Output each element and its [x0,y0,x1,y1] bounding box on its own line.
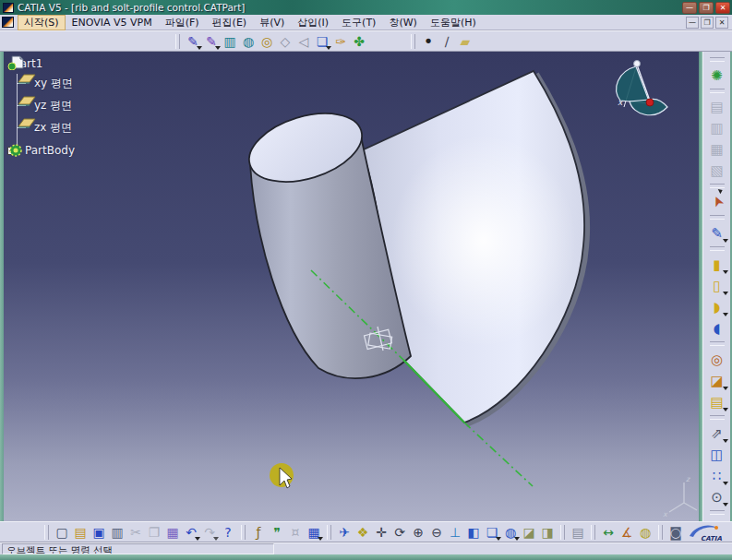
sketcher-group: ✎ [703,212,730,244]
menu-view[interactable]: 뷰(V) [253,15,291,30]
pan-icon[interactable]: ✛ [372,523,390,542]
iso-view-icon[interactable]: ❏ [483,523,501,542]
close-button[interactable]: ✕ [715,2,730,14]
transformation-features-group: ⇗◫∷⊙ [703,412,730,507]
bottom-frame-edge [0,554,732,560]
mdi-close-button[interactable]: ✕ [715,17,728,29]
compass-free-rotation-handle[interactable] [634,61,641,67]
knowledge-icon: ¤ [286,523,305,542]
cylinder-icon[interactable]: ◍ [239,32,258,51]
new-document-icon[interactable]: ▢ [53,523,71,542]
shaft-icon[interactable]: ◗ [706,296,728,317]
groove-icon[interactable]: ◖ [706,317,728,339]
measure-item-icon[interactable]: ∡ [618,523,636,542]
sketch-icon[interactable]: ✎ [706,222,728,244]
draft-angle-icon[interactable]: ◪ [706,370,728,391]
zoom-out-icon[interactable]: ⊖ [427,523,446,542]
tree-item-label[interactable]: yz 평면 [34,98,72,113]
catalog-tool-icon-2: ▥ [706,117,728,138]
render-group: ◙ [654,522,685,542]
measure-between-icon[interactable]: ↔ [599,523,618,542]
point-icon[interactable]: • [419,32,438,51]
swap-visible-icon[interactable]: ◨ [538,523,557,542]
minimize-button[interactable]: — [682,2,697,14]
menu-edit[interactable]: 편집(E) [206,15,254,30]
tree-root-part1[interactable]: Part1 [7,55,75,72]
measure-inertia-icon[interactable]: ◍ [636,523,654,542]
fit-all-in-icon[interactable]: ❖ [354,523,372,542]
catalog-tool-icon-3: ▦ [706,138,728,160]
translate-icon[interactable]: ⇗ [706,423,728,444]
whats-this-icon[interactable]: ? [219,523,237,542]
loft-icon[interactable]: ◁ [294,32,313,51]
mdi-window-controls: — ❐ ✕ [684,17,732,29]
design-table-icon[interactable]: ▦ [305,523,323,542]
hole-profile-icon[interactable]: ◎ [258,32,276,51]
tree-item-xy-plane[interactable]: xy 평면 [17,72,75,94]
select-group: ➤ [703,181,730,212]
menu-help[interactable]: 도움말(H) [424,15,483,30]
paste-icon[interactable]: ▦ [163,523,182,542]
pocket-icon[interactable]: ▯ [706,275,728,296]
swap-space-icon[interactable]: ◪ [520,523,538,542]
document-icon[interactable] [2,17,14,28]
part-design-workbench-icon[interactable]: ✺ [706,65,728,86]
menu-enovia[interactable]: ENOVIA V5 VPM [66,16,159,30]
shading-mode-icon[interactable]: ◍ [501,523,520,542]
render-tools-icon[interactable]: ◙ [666,523,685,542]
mirror-icon[interactable]: ◫ [706,444,728,465]
tree-item-zx-plane[interactable]: zx 평면 [17,116,75,138]
catia-logo-text: CATIA [701,535,722,542]
mdi-minimize-button[interactable]: — [686,17,699,29]
print-icon[interactable]: ▥ [108,523,126,542]
compass-anchor-dot[interactable] [646,99,654,106]
normal-view-icon[interactable]: ⊥ [446,523,464,542]
line-icon[interactable]: ∕ [438,32,456,51]
tree-item-label[interactable]: zx 평면 [34,120,72,136]
workbench-group: ✺ [703,54,730,86]
tree-item-partbody[interactable]: + PartBody [7,142,75,159]
menu-insert[interactable]: 삽입(I) [291,15,335,30]
menu-file[interactable]: 파일(F) [159,15,206,30]
menu-window[interactable]: 창(W) [382,15,423,30]
rectangular-pattern-icon[interactable]: ∷ [706,465,728,486]
catia-app-icon[interactable] [3,3,14,13]
fly-mode-icon[interactable]: ✈ [335,523,354,542]
hole-icon[interactable]: ◎ [706,349,728,370]
sweep-icon[interactable]: ◇ [276,32,294,51]
undo-icon[interactable]: ↶ [182,523,200,542]
tree-item-label[interactable]: xy 평면 [34,76,73,91]
printer-state-icon[interactable]: ▤ [569,523,587,542]
quick-view-icon[interactable]: ◧ [464,523,483,542]
open-icon[interactable]: ▤ [71,523,90,542]
plane-icon[interactable]: ▰ [456,32,474,51]
positioned-sketcher-icon[interactable]: ✎ [202,32,221,51]
zoom-in-icon[interactable]: ⊕ [409,523,427,542]
formula-icon[interactable]: ƒ [249,523,268,542]
comment-icon[interactable]: ❞ [268,523,286,542]
sketcher-icon[interactable]: ✎ [184,32,202,51]
pad-icon[interactable]: ▮ [706,254,728,275]
dress-up-features-group: ◎◪▤ [703,339,730,412]
plane-icon [17,72,37,84]
redo-icon: ↷ [200,523,219,542]
spine-icon[interactable]: ✤ [350,32,368,51]
catalog-tool-icon-4: ▧ [706,160,728,181]
menu-tools[interactable]: 도구(T) [335,15,382,30]
shell-icon[interactable]: ▤ [706,391,728,412]
viewport-3d[interactable]: x z x y Part1 [4,52,699,521]
profile-pencil-icon[interactable]: ✑ [331,32,350,51]
mdi-restore-button[interactable]: ❐ [701,17,714,29]
tree-item-yz-plane[interactable]: yz 평면 [17,94,75,116]
rotate-icon[interactable]: ⟳ [390,523,409,542]
menu-start[interactable]: 시작(S) [18,15,66,30]
status-bar: 오브젝트 또는 명령 선택 [0,542,732,554]
tree-item-label[interactable]: PartBody [25,144,75,157]
plane-icon [17,94,37,106]
pad-columns-icon[interactable]: ▥ [221,32,239,51]
status-message: 오브젝트 또는 명령 선택 [2,543,274,554]
save-icon[interactable]: ▣ [90,523,108,542]
scaling-icon[interactable]: ⊙ [706,486,728,507]
iso-cube-icon[interactable]: ❏ [313,32,331,51]
maximize-button[interactable]: ❐ [699,2,714,14]
